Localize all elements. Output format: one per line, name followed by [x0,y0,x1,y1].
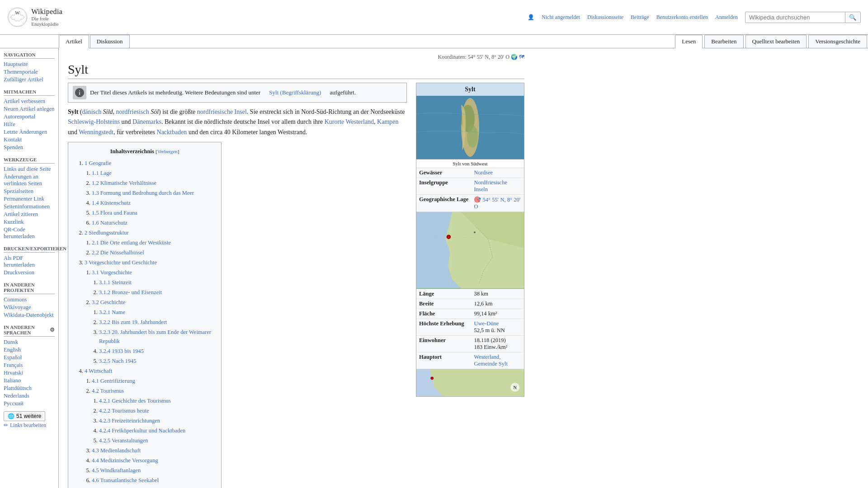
lang-item-plattduutsch[interactable]: Plattdüütsch [4,385,55,392]
sidebar-item-autorenportal[interactable]: Autorenportal [4,113,55,121]
infobox-row-lage: Geographische Lage 🎯 54° 55′ N, 8° 20′ O [416,195,524,212]
infobox-value: Nordsee [471,168,524,178]
dänisch-link[interactable]: dänisch [82,108,102,115]
kurorte-link[interactable]: Kurorte [325,118,344,125]
lang-item-nederlands[interactable]: Nederlands [4,392,55,400]
toc-item-3: 3 Vorgeschichte und Geschichte 3.1 Vorge… [85,258,214,366]
tab-edit-source[interactable]: Quelltext bearbeiten [745,35,807,48]
infobox-value: Uwe-Düne 52,5 m ü. NN [471,319,524,336]
disambig-text: Der Titel dieses Artikels ist mehrdeutig… [90,88,260,98]
infobox-map-cell [416,212,524,289]
sidebar-languages-title: In anderen Sprachen ⚙ [4,324,55,337]
create-account-link[interactable]: Benutzerkonto erstellen [656,14,708,21]
contributions-link[interactable]: Beiträge [631,14,649,21]
lang-item-russian[interactable]: Русский [4,400,55,408]
coordinates-map-icon[interactable]: 🗺 [519,54,524,60]
search-button[interactable]: 🔍 [845,12,860,23]
tab-edit[interactable]: Bearbeiten [704,35,743,48]
infobox-map [416,212,524,289]
infobox-value: Westerland, Gemeinde Sylt [471,352,524,369]
more-languages-button[interactable]: 🌐 51 weitere [4,411,45,421]
gear-icon[interactable]: ⚙ [50,327,55,333]
nordsee-link[interactable]: Nordsee [474,169,493,176]
tab-discussion[interactable]: Diskussion [90,35,130,48]
sidebar-item-spenden[interactable]: Spenden [4,144,55,151]
sidebar-item-pdf[interactable]: Als PDF herunterladen [4,254,55,269]
uwe-duene-link[interactable]: Uwe-Düne [474,320,499,327]
lang-item-francais[interactable]: Français [4,361,55,369]
infobox-row-map [416,212,524,289]
location-map-svg [416,212,524,289]
lang-item-dansk[interactable]: Dansk [4,338,55,346]
sidebar-item-artikel-verbessern[interactable]: Artikel verbessern [4,98,55,105]
sidebar-item-commons[interactable]: Commons [4,296,55,304]
sidebar-item-neuen-artikel[interactable]: Neuen Artikel anlegen [4,105,55,113]
lang-item-italiano[interactable]: Italiano [4,377,55,385]
westerland-text-link[interactable]: Westerland [345,118,374,125]
schleswig-holstein-link[interactable]: Schleswig-Holsteins [68,118,120,125]
daenemark-link[interactable]: Dänemarks [132,118,161,125]
top-navigation: 👤 Nicht angemeldet Diskussionsseite Beit… [528,12,861,23]
sidebar-item-kurzlink[interactable]: Kurzlink [4,218,55,226]
sidebar-item-druckversion[interactable]: Druckversion [4,269,55,277]
sidebar-item-links-auf-seite[interactable]: Links auf diese Seite [4,165,55,173]
kampen-link[interactable]: Kampen [377,118,398,125]
infobox-label: Gewässer [416,168,471,178]
nacktbaden-link[interactable]: Nacktbaden [157,129,187,136]
tab-article[interactable]: Artikel [59,35,89,48]
tab-read[interactable]: Lesen [675,35,703,48]
sidebar-item-hilfe[interactable]: Hilfe [4,121,55,128]
nordfriesisch-link[interactable]: nordfriesisch [116,108,149,115]
sidebar-item-spezialseiten[interactable]: Spezialseiten [4,188,55,195]
toc-item-1-1: 1.1 Lage [92,169,214,178]
search-input[interactable] [745,12,845,23]
sidebar-item-themenportale[interactable]: Themenportale [4,68,55,76]
discussion-link[interactable]: Diskussionsseite [587,14,623,21]
sidebar-item-letzte-aenderungen[interactable]: Letzte Änderungen [4,128,55,136]
login-link[interactable]: Anmelden [715,14,738,21]
toc-item-4-6: 4.6 Transatlantische Seekabel [92,476,214,485]
nordfriesische-insel-link[interactable]: nordfriesische Insel [197,108,247,115]
sidebar-item-aenderungen-verlinkt[interactable]: Änderungen an verlinkten Seiten [4,173,55,188]
sidebar-item-artikel-zitieren[interactable]: Artikel zitieren [4,211,55,218]
coordinates-line: Koordinaten: 54° 55′ N, 8° 20′ O 🌍 🗺 [68,54,524,61]
sidebar-item-hauptseite[interactable]: Hauptseite [4,61,55,68]
edit-links-button[interactable]: ✏ Links bearbeiten [4,422,46,429]
disambig-link[interactable]: Sylt (Begriffsklärung) [269,88,321,98]
hoehe-value: 52,5 m ü. NN [474,327,505,333]
toc-item-1: 1 Geografie 1.1 Lage 1.2 Klimatische Ver… [85,159,214,227]
wenningstedt-link[interactable]: Wenningstedt [79,129,113,136]
sidebar-item-zufaellig[interactable]: Zufälliger Artikel [4,76,55,84]
toc-item-3-2-3: 3.2.3 20. Jahrhundert bis zum Ende der W… [99,328,214,346]
sidebar-item-kontakt[interactable]: Kontakt [4,136,55,144]
infobox-row-breite: Breite 12,6 km [416,299,524,309]
sidebar-other-projects: In anderen Projekten Commons Wikivoyage … [4,282,55,319]
geo-coords-link[interactable]: 54° 55′ N, 8° 20′ O [474,197,520,210]
toc-hide-link[interactable]: Verbergen [157,149,178,154]
toc-item-1-2: 1.2 Klimatische Verhältnisse [92,178,214,188]
sidebar-item-seiteninformationen[interactable]: Seiteninformationen [4,203,55,211]
infobox-value: 18.118 (2019) 183 Einw./km² [471,336,524,352]
tab-right-group: Lesen Bearbeiten Quelltext bearbeiten Ve… [675,35,868,48]
nordfriesische-inseln-link[interactable]: Nordfriesische Inseln [474,179,507,192]
not-logged-in-label[interactable]: Nicht angemeldet [542,14,580,21]
infobox-row-flaeche: Fläche 99,14 km² [416,309,524,319]
toc-item-3-2: 3.2 Geschichte 3.2.1 Name 3.2.2 Bis zum … [92,298,214,366]
toc-list: 1 Geografie 1.1 Lage 1.2 Klimatische Ver… [75,159,214,488]
sidebar-item-qr-code[interactable]: QR-Code herunterladen [4,226,55,240]
toc-item-4-7: 4.7 Weinbau [92,486,214,488]
coord-icon: 🎯 [474,197,481,203]
sidebar-item-permanenter-link[interactable]: Permanenter Link [4,195,55,203]
lang-item-hrvatski[interactable]: Hrvatski [4,369,55,377]
tab-history[interactable]: Versionsgeschichte [808,35,867,48]
lang-item-espanol[interactable]: Español [4,354,55,361]
toc-item-1-6: 1.6 Naturschutz [92,218,214,227]
toc-item-3-2-2: 3.2.2 Bis zum 19. Jahrhundert [99,318,214,327]
westerland-link[interactable]: Westerland, Gemeinde Sylt [474,354,508,367]
sidebar-item-wikivoyage[interactable]: Wikivoyage [4,304,55,311]
content-wrapper: Navigation Hauptseite Themenportale Zufä… [0,48,868,488]
sidebar-tools: Werkzeuge Links auf diese Seite Änderung… [4,157,55,240]
logo[interactable]: W Wikipedia Die freie Enzyklopädie [7,4,66,31]
sidebar-item-wikidata[interactable]: Wikidata-Datenobjekt [4,311,55,319]
lang-item-english[interactable]: English [4,346,55,354]
